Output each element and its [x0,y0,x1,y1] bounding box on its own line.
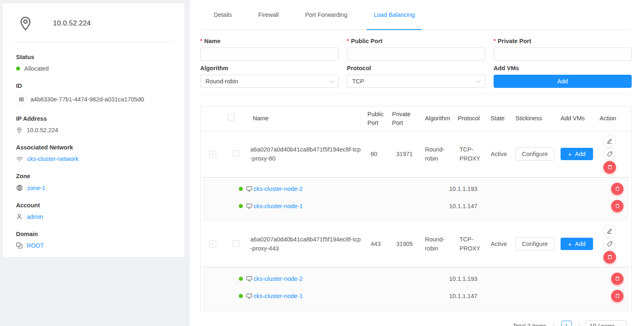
tab-details[interactable]: Details [207,0,239,30]
tab-load-balancing[interactable]: Load Balancing [367,0,422,30]
chevron-down-icon [476,78,480,83]
private-port-field-label: Private Port [498,38,531,44]
account-link[interactable]: admin [27,214,43,220]
row-checkbox[interactable] [233,240,239,247]
tab-port-forwarding[interactable]: Port Forwarding [298,0,354,30]
status-dot-icon [16,67,20,71]
delete-rule-button[interactable] [603,251,616,264]
chevron-down-icon [329,78,334,83]
edit-rule-button[interactable] [603,135,616,147]
header-name: Name [247,106,364,131]
collapse-row-button[interactable]: - [209,151,216,158]
rule-private-port: 31905 [389,221,422,267]
rule-public-port: 80 [364,131,389,177]
delete-rule-button[interactable] [603,161,616,174]
vm-row: cks-cluster-node-2 10.1.1.193 [204,270,623,287]
form-group-algorithm: Algorithm Round-robin [200,64,339,88]
required-asterisk: * [200,38,202,44]
configure-stickiness-button[interactable]: Configure [515,147,554,161]
public-port-input[interactable] [347,48,485,61]
private-port-input[interactable] [494,48,632,61]
barcode-icon [16,94,27,105]
select-all-checkbox[interactable] [228,114,234,121]
vm-running-dot-icon [239,187,243,191]
add-rule-form: * Name * Public Port * Private Port Algo… [200,37,632,91]
rule-protocol: TCP-PROXY [455,131,487,177]
domain-link[interactable]: ROOT [27,242,44,249]
section-divider [200,94,632,94]
map-pin-icon [16,127,23,133]
table-header-row: Name Public Port Private Port Algorithm … [201,106,631,131]
header-expand [201,106,224,131]
name-field-label: Name [204,38,221,44]
header-algorithm: Algorithm [422,106,455,131]
vm-link[interactable]: cks-cluster-node-1 [254,293,302,299]
domain-label: Domain [16,231,176,237]
add-vm-to-rule-button[interactable]: + Add [561,148,593,160]
plus-icon: + [568,151,572,157]
form-group-public-port: * Public Port [347,37,485,61]
field-ip-address: IP Address 10.0.52.224 [16,115,176,133]
header-select-all [224,106,247,131]
zone-link[interactable]: zone-1 [27,185,45,191]
id-value: a4b6330e-77b1-4474-982d-a031ca1705d0 [30,96,144,103]
rule-name: a6a0207a0d40b41ca8b471f5f194ec8f-tcp-pro… [247,131,364,177]
field-zone: Zone zone-1 [16,173,176,191]
name-input[interactable] [200,48,339,61]
collapse-row-button[interactable]: - [209,241,216,248]
vm-link[interactable]: cks-cluster-node-2 [254,275,302,282]
field-domain: Domain ROOT [16,231,176,249]
row-checkbox[interactable] [233,150,239,157]
next-page-icon[interactable] [576,324,580,326]
add-vm-to-rule-button[interactable]: + Add [561,238,593,250]
domain-blocks-icon [16,242,23,249]
rule-actions [603,135,616,174]
vm-ip: 10.1.1.147 [449,293,478,299]
associated-network-link[interactable]: cks-cluster-network [27,156,78,162]
page-size-select[interactable]: 10 / page [585,320,627,326]
wifi-icon [16,156,23,162]
algorithm-select[interactable]: Round-robin [200,75,339,88]
field-status: Status Allocated [16,54,176,72]
remove-vm-button[interactable] [611,200,623,212]
form-group-private-port: * Private Port [494,37,632,61]
ip-address-label: IP Address [16,115,176,122]
assigned-vms-box: cks-cluster-node-2 10.1.1.193 [204,177,628,219]
required-asterisk: * [494,38,496,44]
tab-firewall[interactable]: Firewall [251,0,286,30]
previous-page-icon[interactable] [552,324,557,326]
field-associated-network: Associated Network cks-cluster-network [16,144,176,162]
add-vms-button[interactable]: Add [494,75,632,88]
edit-rule-button[interactable] [603,225,616,237]
status-label: Status [16,54,176,60]
configure-stickiness-button[interactable]: Configure [515,237,554,250]
vm-row: cks-cluster-node-1 10.1.1.147 [204,287,623,305]
remove-vm-button[interactable] [611,183,623,195]
ip-address-value: 10.0.52.224 [27,127,58,133]
rule-row-tcp-proxy-80: - a6a0207a0d40b41ca8b471f5f194ec8f-tcp-p… [201,131,631,177]
pagination-total: Total 2 items [513,323,546,326]
page-title: 10.0.52.224 [53,19,91,28]
remove-vm-button[interactable] [611,273,623,285]
page-number-button[interactable]: 1 [561,321,572,326]
load-balancing-table: Name Public Port Private Port Algorithm … [200,106,632,311]
header-state: State [487,106,512,131]
vm-monitor-icon [246,203,252,209]
header-add-vms: Add VMs [557,106,596,131]
field-account: Account admin [16,202,176,220]
page-size-value: 10 / page [590,323,614,326]
rule-row-tcp-proxy-443: - a6a0207a0d40b41ca8b471f5f194ec8f-tcp-p… [201,221,631,267]
tag-rule-button[interactable] [603,148,616,161]
rule-algorithm: Round-robin [422,131,455,177]
vm-link[interactable]: cks-cluster-node-2 [254,186,302,192]
form-group-add-vms: Add VMs Add [494,64,632,88]
rule-state: Active [487,131,512,177]
public-port-field-label: Public Port [351,38,383,44]
vm-link[interactable]: cks-cluster-node-1 [254,203,302,209]
protocol-select[interactable]: TCP [347,75,485,88]
header-action: Action [596,106,631,131]
remove-vm-button[interactable] [611,290,623,302]
vm-monitor-icon [246,276,252,282]
tag-rule-button[interactable] [603,238,616,250]
rule-public-port: 443 [364,221,389,267]
